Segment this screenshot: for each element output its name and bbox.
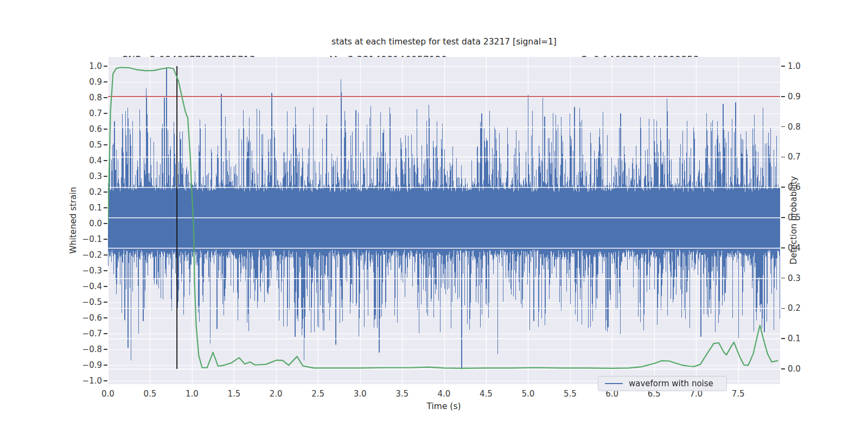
tick-mark-left-0.1	[104, 207, 107, 208]
tick-label-right-0.8: 0.8	[788, 122, 820, 132]
tick-label-left-0.7: 0.7	[69, 108, 102, 119]
chart-title: stats at each timestep for test data 232…	[108, 37, 780, 47]
tick-mark-right-0.8	[781, 126, 785, 127]
tick-mark-left-−0.1	[104, 239, 107, 240]
tick-label-left-0.9: 0.9	[69, 76, 102, 87]
tick-mark-right-0.4	[781, 247, 785, 248]
tick-mark-left-−0.6	[104, 317, 107, 318]
tick-mark-left-0.6	[104, 129, 107, 130]
figure: stats at each timestep for test data 232…	[0, 0, 868, 434]
left-axis-title: Whitened strain	[68, 139, 79, 302]
tick-mark-right-0.7	[781, 157, 785, 158]
plot-area	[108, 57, 780, 384]
legend-entry-label: waveform with noise	[629, 379, 713, 388]
tick-mark-left-1.0	[104, 66, 107, 67]
right-axis-title: Detection probability	[789, 139, 800, 302]
tick-label-right-0.9: 0.9	[788, 91, 820, 102]
tick-mark-left-−1.0	[104, 380, 107, 381]
tick-mark-right-1.0	[781, 66, 785, 67]
tick-label-x-4.0: 4.0	[427, 388, 462, 399]
tick-label-left-0.6: 0.6	[69, 124, 102, 135]
tick-label-left-1.0: 1.0	[69, 61, 102, 72]
tick-mark-left-−0.5	[104, 302, 107, 303]
tick-mark-right-0.6	[781, 187, 785, 188]
tick-label-right-0.1: 0.1	[788, 333, 820, 344]
tick-label-left-−1.0: −1.0	[69, 375, 102, 386]
tick-label-left-−0.7: −0.7	[69, 328, 102, 339]
tick-mark-left-0.7	[104, 113, 107, 114]
legend: waveform with noise	[598, 376, 727, 391]
tick-label-x-2.0: 2.0	[259, 388, 293, 399]
tick-mark-right-0.3	[781, 278, 785, 279]
tick-label-x-0.5: 0.5	[132, 388, 167, 399]
tick-mark-left-−0.3	[104, 270, 107, 271]
legend-line-sample	[605, 383, 623, 384]
tick-label-left-−0.6: −0.6	[69, 312, 102, 323]
tick-label-left-−0.9: −0.9	[69, 360, 102, 371]
tick-label-right-0.2: 0.2	[788, 303, 820, 314]
tick-label-left-0.8: 0.8	[69, 92, 102, 103]
tick-label-left-−0.8: −0.8	[69, 344, 102, 355]
tick-label-right-1.0: 1.0	[788, 61, 820, 72]
tick-label-x-5.5: 5.5	[553, 388, 588, 399]
tick-mark-right-0.2	[781, 308, 785, 309]
tick-label-x-3.5: 3.5	[385, 388, 419, 399]
tick-label-x-4.5: 4.5	[469, 388, 503, 399]
tick-mark-left-0.4	[104, 160, 107, 161]
tick-mark-left-−0.4	[104, 286, 107, 287]
tick-mark-left-0.8	[104, 97, 107, 98]
tick-label-x-1.5: 1.5	[216, 388, 251, 399]
tick-label-x-0.0: 0.0	[91, 388, 125, 399]
tick-mark-left-−0.2	[104, 254, 107, 256]
plot-canvas	[108, 57, 780, 384]
tick-label-x-1.0: 1.0	[175, 388, 209, 399]
tick-mark-right-0.5	[781, 217, 785, 218]
tick-label-x-2.5: 2.5	[301, 388, 335, 399]
tick-mark-right-0.0	[781, 368, 785, 369]
tick-label-x-3.0: 3.0	[343, 388, 378, 399]
tick-mark-left-0.3	[104, 176, 107, 177]
tick-mark-left-0.5	[104, 144, 107, 145]
tick-mark-right-0.9	[781, 96, 785, 97]
tick-mark-left-−0.9	[104, 365, 107, 366]
x-axis-title: Time (s)	[362, 401, 525, 412]
tick-label-x-5.0: 5.0	[510, 388, 545, 399]
tick-mark-left-0.9	[104, 81, 107, 82]
tick-mark-left-−0.8	[104, 349, 107, 350]
tick-mark-left-0.0	[104, 223, 107, 224]
tick-mark-left-0.2	[104, 192, 107, 193]
tick-label-right-0.0: 0.0	[788, 363, 820, 374]
tick-mark-right-0.1	[781, 338, 785, 339]
tick-mark-left-−0.7	[104, 333, 107, 334]
